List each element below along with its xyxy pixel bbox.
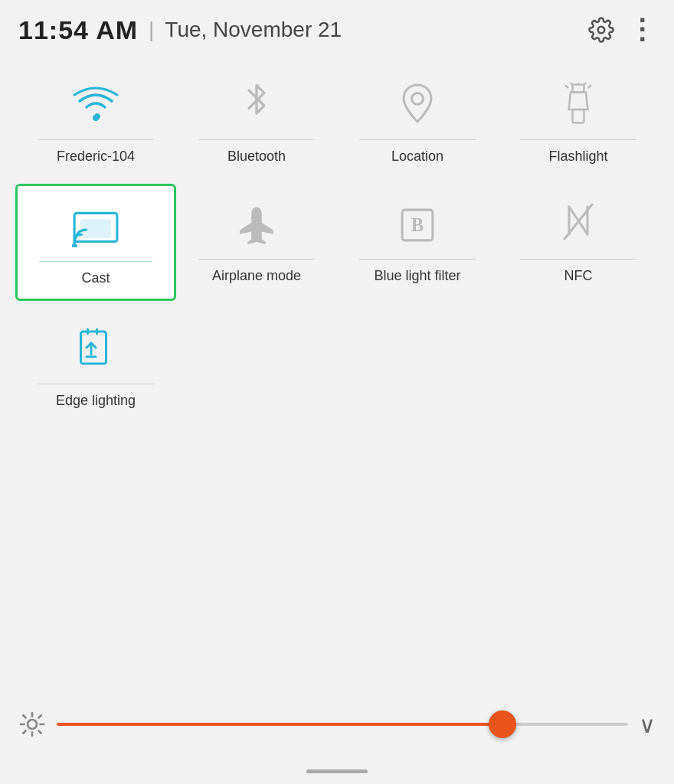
tile-divider bbox=[38, 384, 154, 384]
tile-location[interactable]: Location bbox=[337, 64, 498, 176]
tile-airplane-label: Airplane mode bbox=[212, 267, 301, 285]
status-bar: 11:54 AM | Tue, November 21 ⋮ bbox=[0, 0, 674, 57]
tile-wifi-label: Frederic-104 bbox=[57, 148, 135, 165]
status-time: 11:54 AM bbox=[18, 15, 138, 45]
wifi-icon bbox=[68, 78, 123, 133]
tile-bluelight[interactable]: B Blue light filter bbox=[337, 184, 498, 300]
svg-rect-3 bbox=[573, 85, 584, 93]
airplane-icon bbox=[229, 198, 284, 253]
svg-point-2 bbox=[412, 93, 424, 105]
svg-rect-4 bbox=[573, 109, 584, 123]
brightness-thumb[interactable] bbox=[489, 710, 516, 738]
tile-cast[interactable]: Cast bbox=[15, 184, 176, 300]
more-icon[interactable]: ⋮ bbox=[628, 14, 656, 46]
tile-airplane[interactable]: Airplane mode bbox=[176, 184, 337, 300]
svg-line-6 bbox=[584, 83, 587, 85]
tile-bluetooth[interactable]: Bluetooth bbox=[176, 64, 337, 176]
tiles-row-1: Frederic-104 Bluetooth Location bbox=[15, 64, 659, 176]
svg-line-28 bbox=[39, 731, 41, 733]
tile-divider bbox=[198, 139, 315, 140]
svg-point-0 bbox=[598, 27, 605, 34]
tile-divider bbox=[38, 139, 154, 140]
tile-edgelighting[interactable]: Edge lighting bbox=[15, 309, 176, 420]
svg-rect-11 bbox=[81, 220, 110, 237]
svg-line-9 bbox=[566, 86, 568, 88]
tile-flashlight-label: Flashlight bbox=[548, 148, 607, 165]
brightness-track[interactable] bbox=[57, 723, 628, 726]
svg-point-22 bbox=[28, 720, 37, 729]
brightness-slider-container: ∨ bbox=[0, 710, 674, 738]
svg-point-12 bbox=[73, 245, 77, 248]
tile-nfc[interactable]: NFC bbox=[498, 184, 659, 300]
bluetooth-icon bbox=[229, 78, 284, 133]
tile-flashlight[interactable]: Flashlight bbox=[498, 64, 659, 176]
status-separator: | bbox=[149, 18, 154, 42]
svg-text:B: B bbox=[411, 214, 424, 235]
cast-icon bbox=[68, 200, 123, 255]
tile-divider bbox=[359, 259, 476, 260]
tile-nfc-label: NFC bbox=[564, 267, 593, 285]
tile-location-label: Location bbox=[391, 148, 443, 165]
status-icons: ⋮ bbox=[588, 14, 656, 46]
tile-divider bbox=[198, 259, 315, 260]
tile-wifi[interactable]: Frederic-104 bbox=[15, 64, 176, 176]
settings-icon[interactable] bbox=[588, 17, 614, 43]
tile-divider bbox=[520, 139, 636, 140]
tile-edgelighting-label: Edge lighting bbox=[56, 392, 136, 410]
tile-divider bbox=[39, 261, 152, 262]
quick-tiles: Frederic-104 Bluetooth Location bbox=[0, 57, 674, 420]
tiles-row-2: Cast Airplane mode B Blue light filter bbox=[15, 184, 659, 300]
svg-line-7 bbox=[571, 83, 573, 85]
svg-point-1 bbox=[93, 115, 99, 121]
status-date: Tue, November 21 bbox=[165, 18, 342, 42]
tile-bluetooth-label: Bluetooth bbox=[227, 148, 286, 165]
svg-line-27 bbox=[23, 715, 25, 717]
edgelighting-icon bbox=[68, 322, 123, 377]
tile-cast-label: Cast bbox=[81, 270, 110, 287]
svg-line-8 bbox=[589, 86, 591, 88]
chevron-down-icon[interactable]: ∨ bbox=[639, 711, 656, 738]
home-indicator[interactable] bbox=[306, 769, 368, 773]
brightness-icon bbox=[18, 710, 46, 738]
tile-bluelight-label: Blue light filter bbox=[374, 267, 460, 285]
bluelight-icon: B bbox=[390, 198, 445, 253]
svg-rect-19 bbox=[81, 332, 106, 364]
tiles-row-3: Edge lighting bbox=[15, 309, 659, 420]
flashlight-icon bbox=[551, 78, 606, 133]
location-icon bbox=[390, 78, 445, 133]
svg-line-29 bbox=[39, 715, 41, 717]
tile-divider bbox=[359, 139, 476, 140]
nfc-icon bbox=[551, 198, 606, 253]
tile-divider bbox=[520, 259, 636, 260]
svg-line-30 bbox=[23, 731, 25, 733]
